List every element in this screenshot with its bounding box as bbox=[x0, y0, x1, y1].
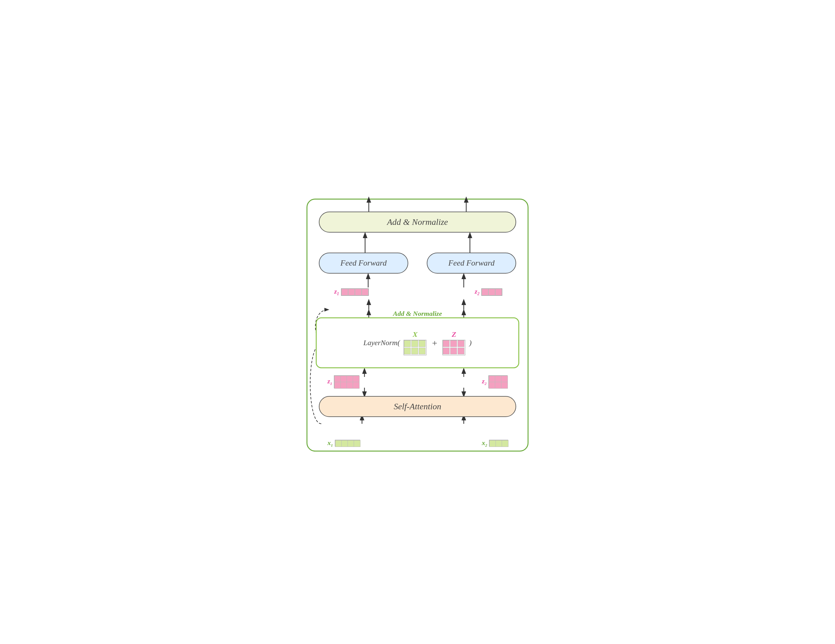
z1-bottom-group: z1 bbox=[328, 376, 359, 388]
layernorm-box: LayerNorm( X + Z ) bbox=[316, 317, 519, 368]
z-matrix-col: Z bbox=[442, 330, 465, 355]
plus-sign: + bbox=[431, 338, 437, 348]
x1-bottom-group: x1 bbox=[328, 439, 360, 448]
layernorm-text: LayerNorm( bbox=[364, 339, 400, 347]
x2-grid bbox=[489, 440, 508, 447]
feed-forward-left: Feed Forward bbox=[319, 253, 408, 273]
z1-top-label: z1 bbox=[334, 288, 339, 296]
x-matrix-grid bbox=[404, 340, 426, 355]
x2-label: x2 bbox=[482, 439, 487, 448]
z-variable-label: Z bbox=[452, 330, 456, 339]
z2-bottom-grid bbox=[488, 376, 507, 388]
add-normalize-middle-label: Add & Normalize bbox=[301, 310, 534, 318]
self-attention-label: Self-Attention bbox=[394, 402, 441, 411]
x-matrix-col: X bbox=[404, 330, 426, 355]
z2-top-grid bbox=[481, 288, 502, 296]
z-matrix-grid bbox=[442, 340, 465, 355]
x1-label: x1 bbox=[328, 439, 333, 448]
z2-top-group: z2 bbox=[474, 288, 502, 296]
self-attention-block: Self-Attention bbox=[319, 396, 516, 417]
layernorm-close-paren: ) bbox=[469, 339, 471, 347]
x1-grid bbox=[335, 440, 360, 447]
feed-forward-right: Feed Forward bbox=[427, 253, 516, 273]
layernorm-content: LayerNorm( X + Z ) bbox=[364, 330, 472, 355]
z1-top-grid bbox=[341, 288, 369, 296]
add-normalize-top: Add & Normalize bbox=[319, 211, 516, 233]
x-variable-label: X bbox=[413, 330, 418, 339]
add-normalize-top-label: Add & Normalize bbox=[387, 217, 448, 227]
z2-bottom-label: z2 bbox=[482, 377, 487, 386]
z1-bottom-label: z1 bbox=[328, 377, 332, 386]
x2-bottom-group: x2 bbox=[482, 439, 508, 448]
feed-forward-left-label: Feed Forward bbox=[340, 259, 387, 268]
z2-top-label: z2 bbox=[474, 288, 479, 296]
diagram-container: Add & Normalize Feed Forward Feed Forwar… bbox=[301, 189, 534, 455]
z2-bottom-group: z2 bbox=[482, 376, 507, 388]
z1-bottom-grid bbox=[334, 376, 359, 388]
feed-forward-right-label: Feed Forward bbox=[448, 259, 495, 268]
z1-top-group: z1 bbox=[334, 288, 369, 296]
